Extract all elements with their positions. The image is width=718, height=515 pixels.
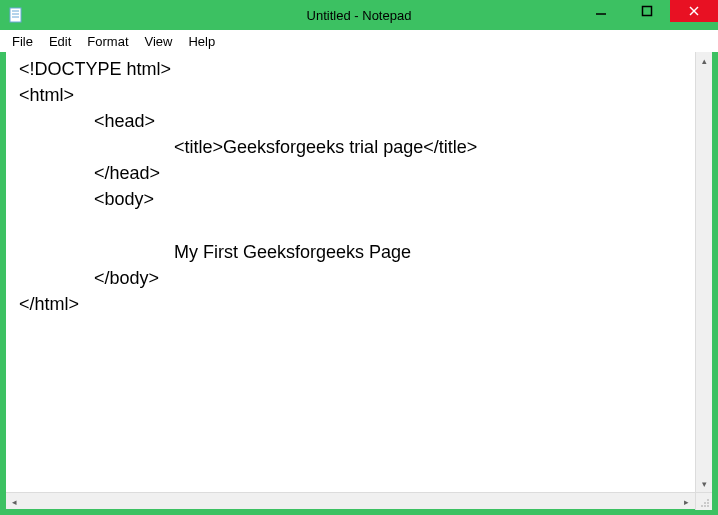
menu-file[interactable]: File: [4, 32, 41, 51]
menu-format[interactable]: Format: [79, 32, 136, 51]
maximize-button[interactable]: [624, 0, 670, 22]
editor-area: <!DOCTYPE html> <html> <head> <title>Gee…: [6, 52, 712, 492]
svg-point-9: [704, 502, 706, 504]
svg-point-8: [707, 499, 709, 501]
menu-help[interactable]: Help: [180, 32, 223, 51]
hscroll-track[interactable]: [23, 493, 678, 509]
svg-point-13: [707, 505, 709, 507]
menu-edit[interactable]: Edit: [41, 32, 79, 51]
menu-view[interactable]: View: [137, 32, 181, 51]
svg-point-10: [707, 502, 709, 504]
content-area: <!DOCTYPE html> <html> <head> <title>Gee…: [6, 52, 712, 509]
scroll-right-icon[interactable]: ▸: [678, 493, 695, 510]
svg-rect-5: [643, 7, 652, 16]
window-title: Untitled - Notepad: [307, 8, 412, 23]
vertical-scrollbar[interactable]: ▴ ▾: [695, 52, 712, 492]
titlebar[interactable]: Untitled - Notepad: [0, 0, 718, 30]
svg-point-12: [704, 505, 706, 507]
resize-grip-icon[interactable]: [695, 493, 712, 510]
horizontal-scrollbar[interactable]: ◂ ▸: [6, 492, 712, 509]
window-controls: [578, 0, 718, 30]
text-editor[interactable]: <!DOCTYPE html> <html> <head> <title>Gee…: [6, 52, 695, 492]
svg-point-11: [701, 505, 703, 507]
menubar: File Edit Format View Help: [0, 30, 718, 52]
minimize-button[interactable]: [578, 0, 624, 22]
scroll-up-icon[interactable]: ▴: [696, 52, 712, 69]
scroll-down-icon[interactable]: ▾: [696, 475, 712, 492]
scroll-left-icon[interactable]: ◂: [6, 493, 23, 510]
close-button[interactable]: [670, 0, 718, 22]
notepad-window: Untitled - Notepad File Edit Format View…: [0, 0, 718, 515]
notepad-icon: [8, 7, 24, 23]
svg-rect-0: [10, 8, 21, 22]
